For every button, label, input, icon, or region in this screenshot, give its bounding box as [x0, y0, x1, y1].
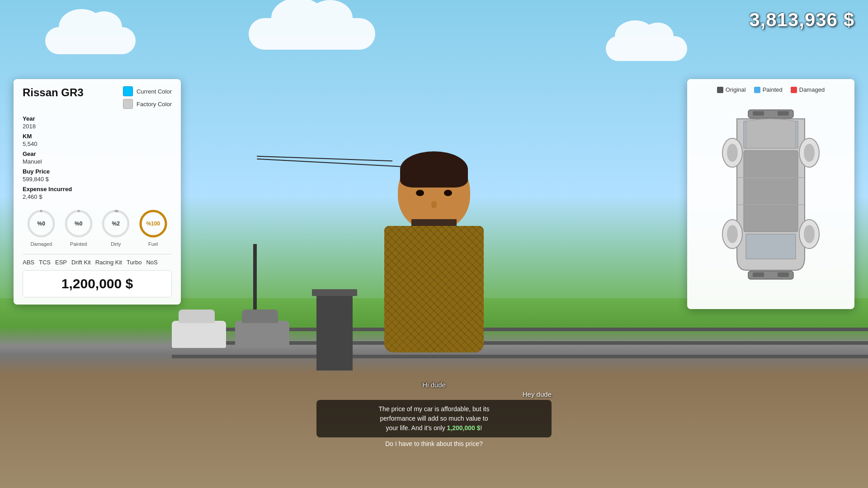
feature-turbo: Turbo	[127, 259, 142, 266]
km-row: KM 5,540	[23, 133, 172, 148]
svg-rect-9	[753, 111, 764, 116]
dialogue-box: Hi dude Hey dude The price of my car is …	[316, 381, 552, 447]
gauge-dirty-label: Dirty	[111, 241, 121, 247]
gauge-damaged: %0 Damaged	[25, 208, 57, 247]
buy-price-label: Buy Price	[23, 168, 172, 175]
gauge-painted: %0 Painted	[63, 208, 94, 247]
gear-value: Manuel	[23, 158, 42, 165]
factory-color-label: Factory Color	[137, 101, 172, 108]
bg-car-1	[172, 321, 226, 348]
legend-original: Original	[717, 86, 746, 93]
background-cars	[172, 321, 289, 348]
char-eye-left	[416, 190, 424, 196]
gauge-fuel-label: Fuel	[148, 241, 158, 247]
current-color-label: Current Color	[137, 88, 172, 95]
gauge-fuel: %100 Fuel	[137, 208, 169, 247]
legend-original-dot	[717, 87, 723, 93]
km-label: KM	[23, 133, 172, 140]
price-highlight: 1,200,000 $	[447, 424, 481, 432]
npc-chat-bubble: The price of my car is affordable, but i…	[316, 400, 552, 437]
factory-color-swatch	[123, 99, 133, 109]
legend-painted-label: Painted	[763, 86, 783, 93]
factory-color-item: Factory Color	[123, 99, 172, 109]
legend-damaged-dot	[791, 87, 797, 93]
gear-label: Gear	[23, 150, 172, 157]
car-name: Rissan GR3	[23, 86, 84, 99]
gauge-painted-value: %0	[75, 221, 82, 227]
feature-nos: NoS	[146, 259, 157, 266]
bg-car-2	[235, 321, 289, 348]
player-line: Hi dude	[316, 381, 552, 389]
gauge-fuel-circle: %100	[137, 208, 169, 239]
legend-painted: Painted	[754, 86, 783, 93]
sell-price-value: 1,200,000 $	[28, 276, 166, 291]
svg-point-13	[727, 144, 738, 162]
km-value: 5,540	[23, 141, 38, 147]
svg-rect-22	[778, 272, 789, 277]
legend-damaged-label: Damaged	[799, 86, 825, 93]
car-diagram-view	[696, 99, 845, 302]
svg-rect-21	[753, 272, 764, 277]
expense-row: Expense Incurred 2,460 $	[23, 186, 172, 201]
npc-speech-line1: The price of my car is affordable, but i…	[324, 404, 544, 433]
car-diagram-panel: Original Painted Damaged	[687, 79, 854, 309]
gauge-dirty-value: %2	[112, 221, 120, 227]
car-info-panel: Rissan GR3 Current Color Factory Color Y…	[14, 79, 181, 305]
gauge-dirty-circle: %2	[100, 208, 132, 239]
feature-abs: ABS	[23, 259, 34, 266]
expense-value: 2,460 $	[23, 193, 42, 200]
expense-label: Expense Incurred	[23, 186, 172, 192]
car-stats-grid: Year 2018 KM 5,540 Gear Manuel Buy Price…	[23, 115, 172, 201]
char-head	[398, 154, 470, 230]
gauges-container: %0 Damaged %0 Painted %2	[23, 208, 172, 247]
features-row: ABS TCS ESP Drift Kit Racing Kit Turbo N…	[23, 259, 172, 266]
char-body	[384, 226, 484, 352]
cloud-3	[606, 36, 687, 61]
gauge-damaged-value: %0	[38, 221, 45, 227]
gauge-fuel-value: %100	[146, 221, 160, 227]
year-row: Year 2018	[23, 115, 172, 130]
npc-label: Hey dude	[316, 390, 552, 398]
dialogue-question: Do I have to think about this price?	[316, 440, 552, 447]
char-face	[407, 181, 461, 226]
gear-row: Gear Manuel	[23, 150, 172, 165]
gauge-damaged-circle: %0	[25, 208, 57, 239]
legend-damaged: Damaged	[791, 86, 825, 93]
color-indicators: Current Color Factory Color	[123, 86, 172, 109]
panel-header: Rissan GR3 Current Color Factory Color	[23, 86, 172, 109]
cloud-2	[249, 18, 375, 50]
gauge-dirty: %2 Dirty	[100, 208, 132, 247]
buy-price-value: 599,840 $	[23, 176, 49, 183]
svg-point-19	[804, 225, 815, 243]
feature-tcs: TCS	[39, 259, 51, 266]
current-color-swatch	[123, 86, 133, 96]
year-label: Year	[23, 115, 172, 122]
gauge-painted-circle: %0	[63, 208, 94, 239]
year-value: 2018	[23, 123, 36, 130]
svg-point-17	[727, 225, 738, 243]
features-divider	[23, 254, 172, 254]
feature-racing: Racing Kit	[95, 259, 122, 266]
sell-price-banner[interactable]: 1,200,000 $	[23, 270, 172, 297]
feature-drift: Drift Kit	[71, 259, 91, 266]
gauge-painted-label: Painted	[70, 241, 87, 247]
svg-point-15	[804, 144, 815, 162]
buy-price-row: Buy Price 599,840 $	[23, 168, 172, 183]
car-top-svg	[701, 103, 841, 297]
char-nose	[431, 201, 437, 208]
svg-rect-10	[778, 111, 789, 116]
legend-original-label: Original	[726, 86, 746, 93]
feature-esp: ESP	[55, 259, 67, 266]
cloud-1	[45, 27, 136, 54]
char-eye-right	[444, 190, 452, 196]
hud-money: 3,813,936 $	[749, 9, 854, 31]
gauge-damaged-label: Damaged	[30, 241, 52, 247]
svg-rect-11	[744, 150, 798, 232]
diagram-legend: Original Painted Damaged	[696, 86, 845, 93]
current-color-item: Current Color	[123, 86, 172, 96]
legend-painted-dot	[754, 87, 760, 93]
